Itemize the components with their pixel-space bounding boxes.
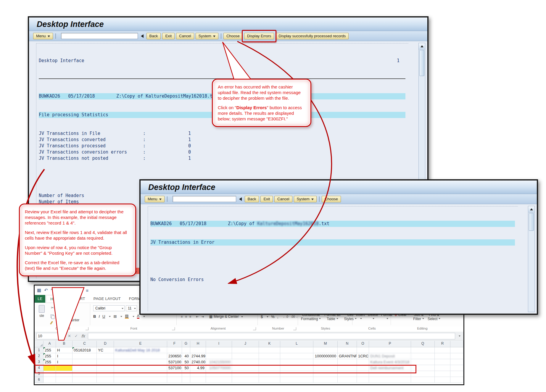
cell-G6[interactable]: [182, 377, 190, 383]
cell-I3[interactable]: 1042155000: [206, 359, 232, 365]
cell-R6[interactable]: [435, 377, 450, 383]
cell-I1[interactable]: [206, 347, 232, 353]
scroll-up-button[interactable]: [419, 43, 425, 49]
align-center-button[interactable]: ≡: [185, 315, 186, 318]
display-success-button[interactable]: Display successfully processed records: [276, 33, 349, 39]
tab-page-layout[interactable]: PAGE LAYOUT: [89, 295, 125, 303]
cell-Q3[interactable]: [411, 359, 435, 365]
cell-L1[interactable]: [280, 347, 313, 353]
cell-A3[interactable]: 255: [44, 359, 56, 365]
cancel-button[interactable]: Cancel: [274, 196, 292, 202]
column-header-A[interactable]: A: [44, 341, 56, 347]
cell-E2[interactable]: [114, 353, 167, 359]
cell-L6[interactable]: [280, 377, 313, 383]
cut-button[interactable]: ✂Cut: [50, 304, 79, 311]
cell-C1[interactable]: 05162018: [73, 347, 97, 353]
merge-center-button[interactable]: ▦ Merge & Center: [209, 314, 243, 319]
row-header-1[interactable]: 1: [35, 347, 44, 353]
cell-D6[interactable]: [97, 377, 114, 383]
cell-H2[interactable]: 2744.99: [190, 353, 206, 359]
cell-E1[interactable]: Kaltura&Dell May 16 2018: [114, 347, 167, 353]
cell-D3[interactable]: [97, 359, 114, 365]
cell-R5[interactable]: [435, 371, 450, 377]
cell-E6[interactable]: [114, 377, 167, 383]
column-header-D[interactable]: D: [97, 341, 114, 347]
column-header-M[interactable]: M: [313, 341, 338, 347]
currency-button[interactable]: $: [261, 314, 263, 319]
font-color-button[interactable]: A: [137, 314, 140, 319]
menu-button[interactable]: Menu: [145, 196, 165, 202]
cell-D2[interactable]: [97, 353, 114, 359]
fill-color-button[interactable]: ▨: [125, 314, 128, 319]
input-history-icon[interactable]: [139, 34, 144, 38]
cell-G1[interactable]: [182, 347, 190, 353]
scroll-thumb[interactable]: [529, 213, 534, 231]
cell-J6[interactable]: [232, 377, 259, 383]
column-header-I[interactable]: I: [206, 341, 232, 347]
cell-J1[interactable]: [232, 347, 259, 353]
cell-B6[interactable]: [56, 377, 73, 383]
system-button[interactable]: System: [294, 196, 317, 202]
cell-P6[interactable]: [369, 377, 411, 383]
menu-button[interactable]: Menu: [33, 33, 53, 39]
cell-M6[interactable]: [313, 377, 338, 383]
cell-Q1[interactable]: [411, 347, 435, 353]
cell-Q2[interactable]: [411, 353, 435, 359]
cell-P3[interactable]: Kaltura Event 4/3/2018: [369, 359, 411, 365]
increase-indent-button[interactable]: ⇥: [201, 315, 203, 319]
font-size-select[interactable]: 11: [126, 305, 137, 311]
system-button[interactable]: System: [196, 33, 218, 39]
cancel-button[interactable]: Cancel: [176, 33, 194, 39]
column-header-K[interactable]: K: [259, 341, 280, 347]
cell-B1[interactable]: H: [56, 347, 73, 353]
choose-button[interactable]: Choose: [322, 196, 341, 202]
cell-I6[interactable]: [206, 377, 232, 383]
alignment-dialog-launcher-icon[interactable]: [253, 327, 256, 330]
paste-button[interactable]: ste: [36, 304, 48, 318]
cell-N3[interactable]: [338, 359, 357, 365]
tab-home[interactable]: HOME: [46, 295, 67, 303]
comma-button[interactable]: ,: [277, 314, 278, 319]
number-dialog-launcher-icon[interactable]: [293, 327, 296, 330]
cell-A1[interactable]: 255: [44, 347, 56, 353]
cell-E3[interactable]: [114, 359, 167, 365]
cell-H6[interactable]: [190, 377, 206, 383]
percent-button[interactable]: %: [271, 314, 275, 319]
save-icon[interactable]: ▦: [37, 288, 41, 293]
cell-D1[interactable]: YC: [97, 347, 114, 353]
cancel-entry-icon[interactable]: ✕: [68, 334, 71, 338]
cell-A2[interactable]: 255: [44, 353, 56, 359]
exit-button[interactable]: Exit: [260, 196, 273, 202]
cell-P2[interactable]: DUN1 Deposit: [369, 353, 411, 359]
clipboard-dialog-launcher-icon[interactable]: [86, 327, 88, 330]
cell-K6[interactable]: [259, 377, 280, 383]
cell-F6[interactable]: [167, 377, 182, 383]
cell-A6[interactable]: [44, 377, 56, 383]
cell-L3[interactable]: [280, 359, 313, 365]
tab-insert[interactable]: INSERT: [67, 295, 89, 303]
spelling-icon[interactable]: ▥: [65, 288, 69, 293]
formula-input[interactable]: [88, 333, 455, 339]
command-input[interactable]: [61, 33, 138, 39]
column-header-H[interactable]: H: [190, 341, 206, 347]
cell-R4[interactable]: [435, 365, 450, 371]
cell-B3[interactable]: I: [56, 359, 73, 365]
redo-icon[interactable]: ↷: [51, 288, 55, 293]
command-input[interactable]: [173, 196, 236, 202]
cell-O3[interactable]: [357, 359, 369, 365]
cell-R3[interactable]: [435, 359, 450, 365]
cell-H1[interactable]: [190, 347, 206, 353]
input-history-icon[interactable]: [237, 197, 242, 201]
cell-G2[interactable]: 40: [182, 353, 190, 359]
cell-F1[interactable]: [167, 347, 182, 353]
cell-O1[interactable]: [357, 347, 369, 353]
expand-formula-bar-icon[interactable]: [456, 333, 462, 339]
enter-entry-icon[interactable]: ✓: [75, 334, 78, 338]
exit-button[interactable]: Exit: [162, 33, 175, 39]
print-preview-icon[interactable]: ◫: [57, 288, 62, 293]
column-header-R[interactable]: R: [435, 341, 450, 347]
sort-az-icon[interactable]: ⇅: [72, 288, 76, 293]
cell-C2[interactable]: [73, 353, 97, 359]
column-header-C[interactable]: C: [73, 341, 97, 347]
insert-function-icon[interactable]: fx: [81, 334, 85, 338]
